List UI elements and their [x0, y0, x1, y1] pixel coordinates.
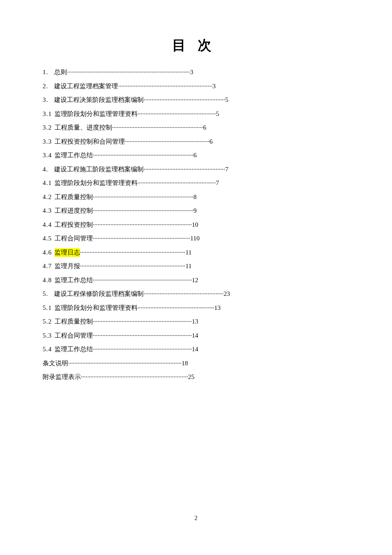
toc-entry-number: 3.3 [43, 137, 52, 146]
toc-entry-number: 3.4 [43, 151, 52, 160]
toc-entry-label: 附录监理表示 [43, 373, 81, 382]
toc-entry: 4.6监理日志·································… [43, 248, 345, 257]
toc-entry: 3.3工程投资控制和合同管理··························… [43, 137, 345, 146]
toc-entry: 5.2工程质量控制·······························… [43, 317, 345, 326]
toc-leader-dots: ········································… [67, 68, 190, 77]
toc-entry-number: 4.3 [43, 206, 52, 215]
toc-entry-number: 5.3 [43, 331, 52, 340]
toc-entry-page: 3 [213, 82, 216, 91]
toc-entry: 4.1监理阶段划分和监理管理资料························… [43, 179, 345, 188]
toc-entry-page: 13 [214, 304, 221, 312]
page-number-footer: 2 [0, 515, 392, 522]
toc-entry-number: 2. [43, 82, 48, 91]
toc-entry-page: 8 [193, 193, 197, 202]
toc-entry-number: 4.4 [43, 220, 52, 229]
toc-leader-dots: ········································… [93, 206, 193, 215]
toc-entry: 4.5工程合同管理·······························… [43, 234, 345, 243]
toc-entry-number: 4.7 [43, 262, 52, 271]
toc-entry-label: 建设工程保修阶段监理档案编制 [54, 289, 144, 298]
toc-entry-label: 条文说明 [43, 359, 68, 368]
toc-entry-label: 工程合同管理 [55, 234, 93, 243]
toc-entry: 4.3工程进度控制·······························… [43, 206, 345, 215]
toc-leader-dots: ········································… [144, 289, 224, 298]
toc-entry-number: 4.6 [43, 248, 52, 257]
toc-entry-label: 总则 [54, 68, 67, 77]
toc-entry-page: 14 [192, 331, 198, 340]
toc-entry-page: 12 [192, 276, 198, 285]
toc-entry-page: 14 [192, 345, 198, 354]
toc-entry-label: 工程进度控制 [55, 206, 93, 215]
toc-leader-dots: ········································… [138, 110, 216, 119]
toc-entry-label: 监理月报 [55, 262, 80, 271]
toc-leader-dots: ········································… [93, 317, 192, 326]
toc-entry: 2.建设工程监理档案管理····························… [43, 82, 345, 91]
toc-entry-page: 11 [185, 248, 191, 257]
toc-leader-dots: ········································… [93, 331, 192, 340]
toc-entry-label: 监理工作总结 [55, 345, 93, 354]
toc-entry-page: 13 [192, 317, 198, 326]
toc-entry-number: 4.1 [43, 179, 52, 188]
toc-entry-number: 3. [43, 95, 48, 104]
toc-entry-number: 4.5 [43, 234, 52, 243]
toc-entry: 4.7监理月报·································… [43, 262, 345, 271]
toc-entry-number: 4.8 [43, 276, 52, 285]
toc-leader-dots: ········································… [112, 123, 203, 132]
toc-leader-dots: ········································… [81, 373, 188, 382]
toc-leader-dots: ········································… [93, 345, 192, 354]
toc-entry: 3.1监理阶段划分和监理管理资料························… [43, 110, 345, 119]
toc-entry-label: 建设工程决策阶段监理档案编制 [54, 95, 144, 104]
toc-leader-dots: ········································… [144, 95, 225, 104]
toc-entry-label: 工程合同管理 [55, 331, 93, 340]
toc-entry-label: 工程投资控制 [55, 220, 93, 229]
toc-entry: 4.建设工程施工阶段监理档案编制························… [43, 165, 345, 174]
toc-leader-dots: ········································… [93, 193, 193, 202]
toc-entry-page: 5 [225, 95, 229, 104]
toc-entry-number: 5.2 [43, 317, 52, 326]
toc-entry-page: 11 [185, 262, 191, 271]
toc-entry: 附录监理表示··································… [43, 373, 345, 382]
toc-entry-page: 7 [225, 165, 229, 174]
toc-entry: 4.2工程质量控制·······························… [43, 193, 345, 202]
toc-entry: 4.8监理工作总结·······························… [43, 276, 345, 285]
toc-entry-page: 6 [193, 151, 197, 160]
toc-leader-dots: ········································… [68, 359, 182, 368]
toc-entry-number: 3.1 [43, 110, 52, 119]
page-title: 目 次 [43, 36, 345, 55]
toc-entry-page: 3 [190, 68, 193, 77]
table-of-contents: 1.总则····································… [43, 68, 345, 382]
toc-entry-page: 23 [224, 289, 230, 298]
toc-leader-dots: ········································… [93, 220, 192, 229]
toc-entry-page: 10 [192, 220, 198, 229]
toc-entry-label: 监理工作总结 [55, 151, 93, 160]
toc-entry-number: 5. [43, 289, 48, 298]
toc-entry: 5.3工程合同管理·······························… [43, 331, 345, 340]
toc-entry-page: 25 [188, 373, 194, 382]
toc-entry: 5.4监理工作总结·······························… [43, 345, 345, 354]
toc-entry: 5.建设工程保修阶段监理档案编制························… [43, 289, 345, 298]
toc-entry-page: 7 [216, 179, 219, 188]
toc-entry: 3.2工程质量、进度控制····························… [43, 123, 345, 132]
toc-entry-page: 110 [190, 234, 200, 243]
toc-entry-label: 建设工程监理档案管理 [54, 82, 118, 91]
toc-leader-dots: ········································… [118, 82, 212, 91]
toc-entry-number: 4. [43, 165, 48, 174]
toc-entry-page: 6 [203, 123, 207, 132]
toc-entry-number: 5.4 [43, 345, 52, 354]
toc-entry-label: 监理阶段划分和监理管理资料 [55, 110, 138, 119]
document-page: 目 次 1.总则································… [0, 0, 392, 382]
toc-leader-dots: ········································… [138, 304, 214, 312]
toc-entry-label: 监理阶段划分和监理管理资料 [55, 179, 138, 188]
toc-entry-label: 工程质量控制 [55, 193, 93, 202]
toc-leader-dots: ········································… [125, 137, 210, 146]
toc-entry: 1.总则····································… [43, 68, 345, 77]
toc-entry-label: 工程质量、进度控制 [55, 123, 112, 132]
toc-leader-dots: ········································… [138, 179, 216, 188]
toc-entry-label: 监理阶段划分和监理管理资料 [55, 304, 138, 312]
toc-entry: 条文说明····································… [43, 359, 345, 368]
toc-leader-dots: ········································… [93, 234, 190, 243]
toc-leader-dots: ········································… [93, 276, 192, 285]
toc-entry: 5.1监理阶段划分和监理管理资料························… [43, 304, 345, 312]
toc-entry-label: 工程投资控制和合同管理 [55, 137, 125, 146]
toc-entry-page: 5 [216, 110, 219, 119]
toc-entry-label: 建设工程施工阶段监理档案编制 [54, 165, 144, 174]
